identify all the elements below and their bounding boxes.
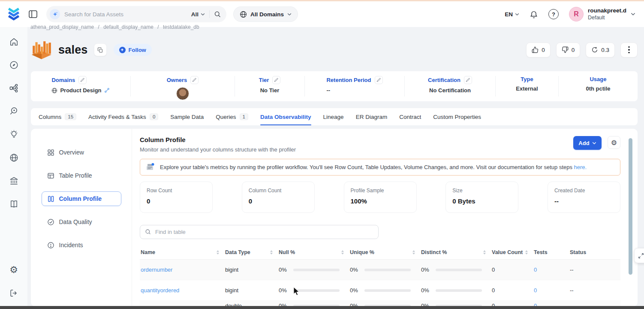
tab-sample-data[interactable]: Sample Data <box>170 108 204 125</box>
tier-value: No Tier <box>260 87 280 94</box>
nav-govern[interactable] <box>5 172 22 189</box>
breadcrumb[interactable]: athena_prod_display_name / default_displ… <box>30 24 202 30</box>
nav-glossary[interactable] <box>5 195 22 212</box>
more-actions-button[interactable] <box>620 42 638 58</box>
domains-value[interactable]: Product Design <box>60 87 101 94</box>
stat-created-date: Created Date -- <box>548 182 620 213</box>
col-header-data-type[interactable]: Data Type <box>225 249 279 255</box>
sidebar-toggle-icon[interactable] <box>27 9 39 20</box>
top-navigation-bar: All All Domains EN <box>0 1 644 27</box>
tab-count-badge: 1 <box>240 113 248 120</box>
null-pct-cell: 0% <box>279 287 350 294</box>
notifications-button[interactable] <box>530 10 538 19</box>
page-title: sales <box>58 43 88 57</box>
add-button[interactable]: Add <box>573 136 602 150</box>
search-scope-dropdown[interactable]: All <box>191 11 205 18</box>
breadcrumb-separator: / <box>98 24 99 30</box>
sort-icon[interactable] <box>217 250 219 255</box>
stat-label: Column Count <box>249 188 308 194</box>
nav-domains[interactable] <box>5 149 22 166</box>
domains-label: Domains <box>51 77 75 83</box>
global-search-bar[interactable]: All <box>46 6 226 22</box>
chevron-down-icon <box>631 12 635 16</box>
profiler-nav-overview[interactable]: Overview <box>42 145 121 160</box>
column-name-link[interactable]: ordernumber <box>140 267 225 273</box>
search-input[interactable] <box>64 11 187 18</box>
nav-insights[interactable] <box>5 126 22 143</box>
help-button[interactable]: ? <box>548 9 559 19</box>
col-header-distinct-pct[interactable]: Distinct % <box>421 249 492 255</box>
entity-header: sales Follow 0 0 0.3 <box>31 37 638 63</box>
nav-logout[interactable] <box>5 285 22 302</box>
stat-label: Row Count <box>147 188 206 194</box>
edit-domains-button[interactable] <box>78 76 87 84</box>
tests-link[interactable]: 0 <box>534 287 570 294</box>
downvote-button[interactable]: 0 <box>556 42 581 58</box>
all-domains-dropdown[interactable]: All Domains <box>233 6 298 22</box>
col-header-name[interactable]: Name <box>140 249 225 255</box>
nav-settings[interactable]: ⚙ <box>5 261 22 279</box>
tab-columns[interactable]: Columns15 <box>39 108 76 125</box>
nav-lineage[interactable] <box>5 79 22 97</box>
user-menu[interactable]: R rounakpreet.d Default <box>569 7 635 21</box>
athena-table-icon <box>31 39 52 61</box>
profiler-settings-button[interactable]: ⚙ <box>608 136 620 149</box>
col-header-unique-pct[interactable]: Unique % <box>350 249 421 255</box>
profiler-nav-table-profile[interactable]: Table Profile <box>42 168 121 183</box>
follow-button[interactable]: Follow <box>114 44 152 56</box>
sort-icon[interactable] <box>270 250 273 255</box>
version-button[interactable]: 0.3 <box>586 42 615 58</box>
expand-panel-button[interactable] <box>634 248 644 263</box>
column-name-link[interactable]: quantityordered <box>140 287 225 294</box>
tab-lineage[interactable]: Lineage <box>323 108 344 125</box>
find-in-table-input[interactable] <box>155 229 373 235</box>
copy-name-button[interactable] <box>94 43 107 56</box>
tab-queries[interactable]: Queries1 <box>216 108 248 125</box>
vertical-scrollbar[interactable] <box>629 138 632 275</box>
avatar: R <box>569 7 584 21</box>
edit-owners-button[interactable] <box>190 76 199 84</box>
docs-link[interactable]: here. <box>574 164 587 170</box>
col-header-value-count[interactable]: Value Count <box>492 249 534 255</box>
edit-tier-button[interactable] <box>272 76 280 84</box>
language-selector[interactable]: EN <box>505 11 519 18</box>
sort-icon[interactable] <box>341 250 344 255</box>
find-in-table-search[interactable] <box>140 225 379 239</box>
ai-sparkle-icon[interactable] <box>50 9 60 19</box>
search-icon[interactable] <box>214 11 221 18</box>
breadcrumb-item[interactable]: testdatalake_db <box>163 24 199 30</box>
nav-explore[interactable] <box>5 56 22 73</box>
owners-label: Owners <box>167 77 187 83</box>
observability-search-icon <box>9 106 19 116</box>
nav-observability[interactable] <box>5 103 22 120</box>
globe-icon <box>9 153 19 163</box>
profiler-workflow-icon <box>145 162 155 173</box>
nav-home[interactable] <box>5 33 22 50</box>
sort-icon[interactable] <box>412 250 415 255</box>
app-logo[interactable] <box>0 6 27 22</box>
edit-retention-button[interactable] <box>375 76 383 84</box>
col-header-null-pct[interactable]: Null % <box>279 249 350 255</box>
version-history-icon <box>591 46 598 53</box>
edit-certification-button[interactable] <box>464 76 472 84</box>
profiler-nav-data-quality[interactable]: Data Quality <box>42 215 121 229</box>
tab-er-diagram[interactable]: ER Diagram <box>356 108 388 125</box>
tab-contract[interactable]: Contract <box>399 108 421 125</box>
profiler-nav-column-profile[interactable]: Column Profile <box>42 191 121 206</box>
tests-link[interactable]: 0 <box>534 267 570 273</box>
tab-activity-feeds[interactable]: Activity Feeds & Tasks0 <box>88 108 158 125</box>
stat-label: Size <box>452 188 512 194</box>
owner-avatar[interactable] <box>176 87 189 100</box>
sort-icon[interactable] <box>525 250 528 255</box>
unique-pct-cell: 0% <box>350 287 421 294</box>
breadcrumb-item[interactable]: athena_prod_display_name <box>30 24 94 30</box>
sort-icon[interactable] <box>483 250 486 255</box>
profiler-nav-incidents[interactable]: Incidents <box>42 238 121 252</box>
expand-icon <box>638 252 644 259</box>
tab-custom-properties[interactable]: Custom Properties <box>433 108 481 125</box>
tab-data-observability[interactable]: Data Observability <box>260 108 311 125</box>
upvote-button[interactable]: 0 <box>526 42 551 58</box>
subdomain-link-icon[interactable] <box>104 88 110 93</box>
breadcrumb-item[interactable]: default_display_name <box>103 24 153 30</box>
bank-icon <box>9 176 19 186</box>
